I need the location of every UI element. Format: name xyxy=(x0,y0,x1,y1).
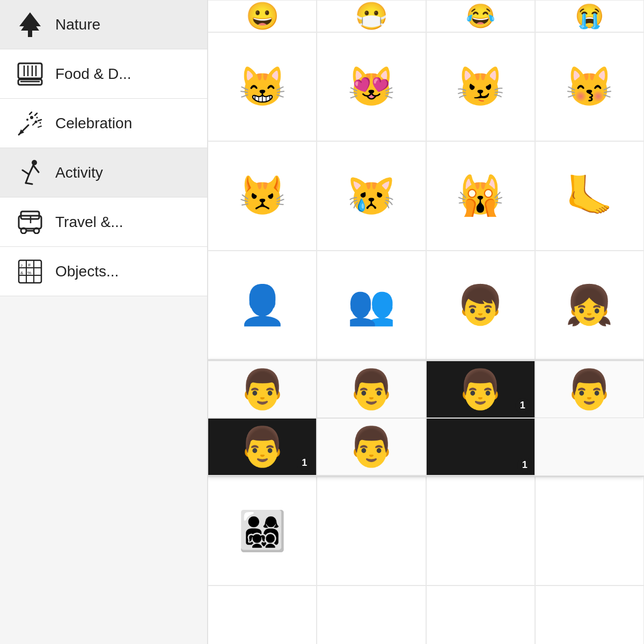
emoji-cell[interactable]: 😭 xyxy=(535,0,644,32)
sidebar-item-nature-label: Nature xyxy=(55,16,100,33)
emoji-cell[interactable]: 👥 xyxy=(317,251,426,360)
svg-point-21 xyxy=(39,122,41,123)
svg-text:#: # xyxy=(28,262,31,268)
svg-line-13 xyxy=(35,113,37,115)
travel-icon xyxy=(15,207,45,237)
svg-text:♪: ♪ xyxy=(20,262,23,268)
emoji-row-4: 👨‍👩‍👧‍👦 xyxy=(208,477,644,586)
emoji-popup-strip: 👨 👨 👨 1 👨 👨 1 👨 1 xyxy=(208,360,644,477)
emoji-cell[interactable]: 🦶 xyxy=(535,141,644,250)
emoji-cell[interactable]: 😻 xyxy=(317,32,426,141)
svg-rect-2 xyxy=(28,31,32,37)
sidebar-item-nature[interactable]: Nature xyxy=(0,0,207,49)
emoji-cell[interactable]: 👤 xyxy=(208,251,317,360)
svg-line-23 xyxy=(29,165,33,174)
popup-cell-4[interactable]: 👨 xyxy=(535,361,644,418)
svg-rect-3 xyxy=(18,63,42,78)
emoji-cell[interactable]: 😽 xyxy=(535,32,644,141)
emoji-cell-empty[interactable] xyxy=(535,586,644,644)
svg-line-25 xyxy=(26,174,29,183)
nature-icon xyxy=(15,10,45,39)
emoji-panel: 😀 😷 😂 😭 😸 😻 😼 😽 😾 😿 🙀 🦶 👤 👥 👦 👧 👨 👨 👨 xyxy=(208,0,644,644)
svg-text:&: & xyxy=(20,270,24,275)
sidebar-item-objects[interactable]: ♪ # & % Objects... xyxy=(0,247,207,296)
sidebar-item-celebration[interactable]: Celebration xyxy=(0,99,207,148)
svg-line-14 xyxy=(38,120,41,121)
emoji-cell[interactable]: 😀 xyxy=(208,0,317,32)
emoji-cell-empty[interactable] xyxy=(535,477,644,586)
popup-cell-5[interactable]: 👨 1 xyxy=(208,418,317,475)
badge-number: 1 xyxy=(515,398,530,413)
emoji-cell[interactable]: 😸 xyxy=(208,32,317,141)
emoji-cell-empty[interactable] xyxy=(426,477,535,586)
emoji-cell[interactable]: 😼 xyxy=(426,32,535,141)
emoji-row-1: 😸 😻 😼 😽 xyxy=(208,32,644,141)
svg-point-31 xyxy=(34,228,39,233)
emoji-cell[interactable]: 👨‍👩‍👧‍👦 xyxy=(208,477,317,586)
sidebar: Nature Food & D... xyxy=(0,0,208,644)
sidebar-item-activity[interactable]: Activity xyxy=(0,148,207,197)
svg-point-30 xyxy=(21,228,26,233)
emoji-cell[interactable]: 🙀 xyxy=(426,141,535,250)
sidebar-item-activity-label: Activity xyxy=(55,164,103,181)
emoji-cell[interactable]: 😿 xyxy=(317,141,426,250)
popup-cell-1[interactable]: 👨 xyxy=(208,361,317,418)
food-icon xyxy=(15,59,45,89)
emoji-row-3: 👤 👥 👦 👧 xyxy=(208,251,644,360)
svg-line-24 xyxy=(23,170,29,174)
emoji-row-5 xyxy=(208,586,644,644)
badge-number: 1 xyxy=(297,456,312,471)
sidebar-item-travel-label: Travel &... xyxy=(55,214,123,231)
sidebar-item-travel[interactable]: Travel &... xyxy=(0,197,207,247)
sidebar-item-food-label: Food & D... xyxy=(55,65,131,83)
svg-line-19 xyxy=(38,126,41,127)
svg-text:%: % xyxy=(27,270,31,275)
emoji-cell[interactable]: 👧 xyxy=(535,251,644,360)
emoji-cell[interactable]: 😷 xyxy=(317,0,426,32)
svg-point-20 xyxy=(36,116,38,118)
popup-cell-3[interactable]: 👨 1 xyxy=(426,361,535,418)
svg-line-12 xyxy=(30,112,32,114)
emoji-cell-empty[interactable] xyxy=(317,586,426,644)
svg-line-26 xyxy=(26,183,32,184)
svg-point-22 xyxy=(32,160,37,165)
emoji-cell-empty[interactable] xyxy=(317,477,426,586)
activity-icon xyxy=(15,158,45,187)
emoji-cell[interactable]: 😂 xyxy=(426,0,535,32)
emoji-row-2: 😾 😿 🙀 🦶 xyxy=(208,141,644,250)
popup-cell-6[interactable]: 👨 xyxy=(317,418,426,475)
sidebar-item-food[interactable]: Food & D... xyxy=(0,49,207,99)
popup-cell-2[interactable]: 👨 xyxy=(317,361,426,418)
popup-cell-7[interactable]: 1 xyxy=(426,418,535,475)
badge-number: 1 xyxy=(517,458,532,473)
svg-line-18 xyxy=(33,123,35,125)
emoji-cell-empty[interactable] xyxy=(208,586,317,644)
svg-point-15 xyxy=(30,116,33,119)
emoji-cell[interactable]: 👦 xyxy=(426,251,535,360)
objects-icon: ♪ # & % xyxy=(15,257,45,286)
sidebar-item-celebration-label: Celebration xyxy=(55,115,132,132)
svg-point-17 xyxy=(26,119,28,121)
emoji-row-top-partial: 😀 😷 😂 😭 xyxy=(208,0,644,32)
emoji-cell-empty[interactable] xyxy=(426,586,535,644)
emoji-cell[interactable]: 😾 xyxy=(208,141,317,250)
svg-line-27 xyxy=(33,165,39,172)
celebration-icon xyxy=(15,108,45,138)
sidebar-item-objects-label: Objects... xyxy=(55,263,119,280)
